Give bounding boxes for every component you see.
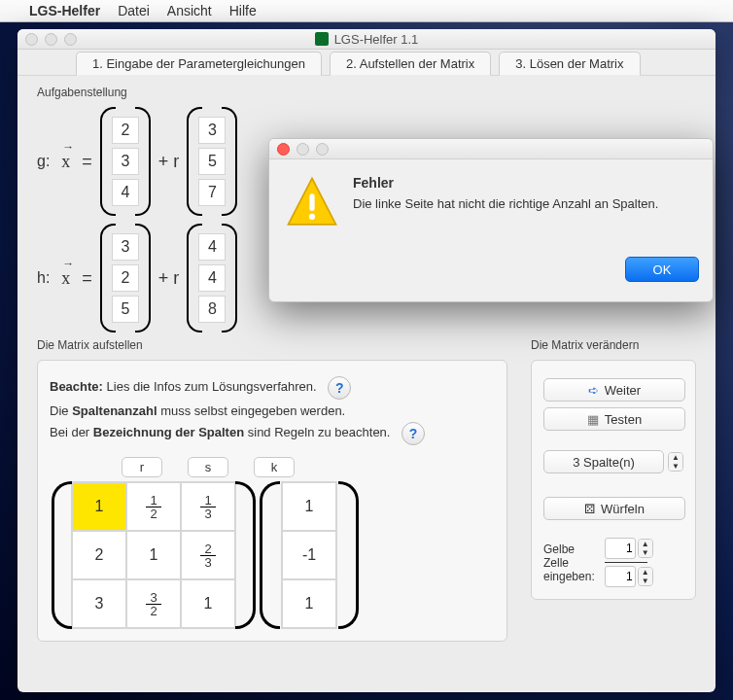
chevron-up-icon[interactable]: ▲ xyxy=(669,453,682,462)
vector-x-icon: x xyxy=(61,152,70,172)
modify-group: ➪Weiter ▦Testen 3 Spalte(n) ▲▼ ⚄Würfeln … xyxy=(531,360,696,600)
setup-section-label: Die Matrix aufstellen xyxy=(37,338,507,352)
spalten-select[interactable]: 3 Spalte(n) xyxy=(543,450,664,473)
dialog-title: Fehler xyxy=(353,175,658,191)
equals: = xyxy=(82,152,92,172)
matrix-cell[interactable]: -1 xyxy=(282,531,336,579)
zoom-icon[interactable] xyxy=(64,33,77,46)
matrix-display: 1121321233321 1-11 xyxy=(50,481,495,629)
window-controls[interactable] xyxy=(25,33,77,46)
yellow-numerator-input[interactable] xyxy=(605,538,636,559)
h-direction-vector: 4 4 8 xyxy=(187,224,237,332)
svg-rect-1 xyxy=(309,193,314,211)
app-icon xyxy=(315,32,329,46)
col-header-k[interactable]: k xyxy=(254,457,295,477)
menu-ansicht[interactable]: Ansicht xyxy=(167,3,212,18)
main-window: LGS-Helfer 1.1 1. Eingabe der Parameterg… xyxy=(17,29,716,692)
yellow-denominator-input[interactable] xyxy=(605,566,636,587)
matrix-column-headers: r s k xyxy=(122,457,495,477)
dialog-ok-button[interactable]: OK xyxy=(625,257,699,282)
matrix-cell[interactable]: 1 xyxy=(72,482,126,531)
h-label: h: xyxy=(37,269,50,287)
matrix-cell[interactable]: 12 xyxy=(126,482,181,531)
g-label: g: xyxy=(37,153,50,170)
minimize-icon[interactable] xyxy=(45,33,57,46)
left-paren-icon xyxy=(52,481,69,629)
num-stepper[interactable]: ▲▼ xyxy=(638,539,653,558)
matrix-cell[interactable]: 1 xyxy=(126,531,181,579)
task-section-label: Aufgabenstellung xyxy=(37,86,696,99)
h-param: + r xyxy=(158,268,180,289)
tab-eingabe[interactable]: 1. Eingabe der Parametergleichungen xyxy=(76,52,322,76)
setup-note-1: Beachte: Lies die Infos zum Lösungsverfa… xyxy=(50,376,495,400)
matrix-cell[interactable]: 2 xyxy=(72,531,126,579)
window-title: LGS-Helfer 1.1 xyxy=(334,32,419,47)
rhs-vector: 1-11 xyxy=(281,481,337,629)
col-header-r[interactable]: r xyxy=(122,457,162,477)
tab-aufstellen[interactable]: 2. Aufstellen der Matrix xyxy=(330,52,491,76)
dialog-zoom-icon xyxy=(316,143,329,156)
chevron-down-icon[interactable]: ▼ xyxy=(669,462,682,471)
help-verfahren-button[interactable]: ? xyxy=(328,376,351,400)
dialog-close-icon[interactable] xyxy=(277,143,290,156)
setup-note-2: Die Spaltenanzahl muss selbst eingegeben… xyxy=(50,403,495,418)
system-menubar: LGS-Helfer Datei Ansicht Hilfe xyxy=(0,0,733,22)
dialog-message: Die linke Seite hat nicht die richtige A… xyxy=(353,196,658,211)
grid-icon: ▦ xyxy=(587,412,599,427)
weiter-button[interactable]: ➪Weiter xyxy=(543,378,685,402)
matrix-cell[interactable]: 1 xyxy=(282,579,336,628)
dialog-minimize-icon xyxy=(297,143,309,156)
matrix-cell[interactable]: 13 xyxy=(181,482,235,531)
testen-button[interactable]: ▦Testen xyxy=(543,407,685,431)
matrix-cell[interactable]: 1 xyxy=(181,579,235,628)
rhs-right-paren-icon xyxy=(341,481,359,629)
tab-bar: 1. Eingabe der Parametergleichungen 2. A… xyxy=(17,50,716,76)
wuerfeln-button[interactable]: ⚄Würfeln xyxy=(543,497,685,520)
dice-icon: ⚄ xyxy=(584,502,595,516)
spalten-stepper[interactable]: ▲▼ xyxy=(668,452,683,472)
help-spalten-button[interactable]: ? xyxy=(401,422,425,445)
arrow-right-icon: ➪ xyxy=(588,383,599,398)
matrix-cell[interactable]: 3 xyxy=(72,579,126,628)
equals: = xyxy=(82,268,92,289)
warning-icon xyxy=(285,175,339,229)
rhs-left-paren-icon xyxy=(260,481,277,629)
vector-x-icon: x xyxy=(61,268,70,289)
g-param: + r xyxy=(158,152,180,172)
menu-app-name[interactable]: LGS-Helfer xyxy=(29,3,100,18)
h-support-vector: 3 2 5 xyxy=(100,224,151,332)
den-stepper[interactable]: ▲▼ xyxy=(638,567,653,586)
window-titlebar: LGS-Helfer 1.1 xyxy=(17,29,716,50)
g-direction-vector: 3 5 7 xyxy=(187,107,237,216)
col-header-s[interactable]: s xyxy=(188,457,228,477)
matrix-cell[interactable]: 23 xyxy=(181,531,235,579)
tab-loesen[interactable]: 3. Lösen der Matrix xyxy=(499,52,640,76)
mid-paren-icon xyxy=(238,481,256,629)
yellow-cell-label: Gelbe Zelle eingeben: xyxy=(543,542,595,583)
menu-hilfe[interactable]: Hilfe xyxy=(229,3,257,18)
modify-section-label: Die Matrix verändern xyxy=(531,338,696,352)
svg-point-2 xyxy=(309,214,315,220)
dialog-titlebar xyxy=(269,139,713,159)
setup-note-3: Bei der Bezeichnung der Spalten sind Reg… xyxy=(50,422,495,445)
g-support-vector: 2 3 4 xyxy=(100,107,151,216)
coefficient-matrix: 1121321233321 xyxy=(71,481,236,629)
setup-group: Beachte: Lies die Infos zum Lösungsverfa… xyxy=(37,360,507,642)
matrix-cell[interactable]: 1 xyxy=(282,482,336,531)
matrix-cell[interactable]: 32 xyxy=(126,579,181,628)
menu-datei[interactable]: Datei xyxy=(118,3,150,18)
close-icon[interactable] xyxy=(25,33,38,46)
error-dialog: Fehler Die linke Seite hat nicht die ric… xyxy=(268,138,714,302)
